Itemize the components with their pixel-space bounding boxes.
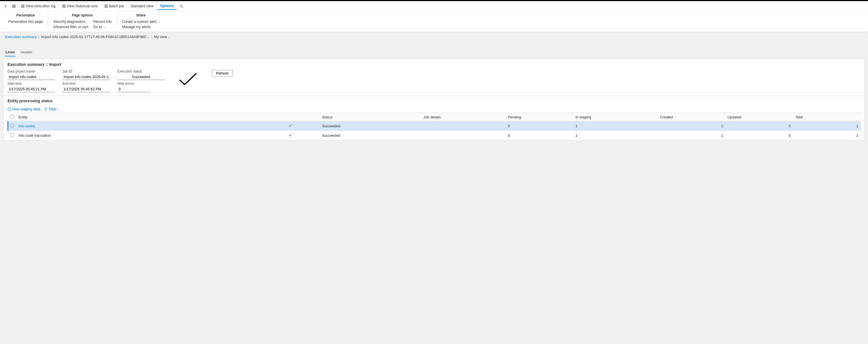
create-custom-alert-link[interactable]: Create a custom alert ⌄: [122, 20, 160, 24]
view-execution-log-button[interactable]: View execution log: [18, 2, 58, 9]
svg-point-0: [180, 5, 182, 7]
view-staging-data-button[interactable]: View staging data: [7, 107, 40, 111]
go-to-label: Go to: [93, 25, 102, 29]
entity-toolbar: View staging data Filter ⌄: [7, 106, 861, 113]
advanced-filter-link[interactable]: Advanced filter or sort: [53, 25, 88, 29]
created-cell: 1: [658, 131, 725, 140]
chevron-down-icon: ⌄: [158, 20, 160, 23]
with-errors-field[interactable]: [118, 86, 151, 92]
manage-my-alerts-link[interactable]: Manage my alerts: [122, 25, 160, 29]
search-icon[interactable]: [178, 3, 185, 9]
select-all-header[interactable]: [8, 113, 17, 121]
ribbon-group-title: Personalize: [17, 13, 35, 17]
col-total[interactable]: Total: [793, 113, 861, 121]
with-errors-label: With errors:: [118, 82, 165, 86]
create-alert-label: Create a custom alert: [122, 20, 156, 24]
document-icon: [7, 108, 11, 111]
panel-title: Execution summary :: Import: [7, 62, 861, 67]
total-cell: 1: [793, 131, 861, 140]
table-row[interactable]: Info codes Succeeded 0 1 1 0 1: [8, 121, 861, 131]
list-icon: [62, 5, 65, 7]
breadcrumb-root-link[interactable]: Execution summary: [5, 35, 37, 39]
execution-status-field[interactable]: [118, 74, 165, 80]
breadcrumb: Execution summary | Import info codes-20…: [0, 32, 868, 42]
col-entity[interactable]: Entity: [17, 113, 286, 121]
total-cell: 1: [793, 121, 861, 131]
start-time-field[interactable]: [7, 86, 55, 92]
radio-icon: [10, 115, 14, 119]
breadcrumb-view-dropdown[interactable]: My view ⌄: [154, 35, 170, 39]
radio-icon: [10, 124, 14, 127]
entity-cell: Info codes: [17, 121, 286, 131]
breadcrumb-separator: |: [38, 35, 39, 39]
action-toolbar: View execution log View historical runs …: [0, 1, 868, 11]
personalize-this-page-link[interactable]: Personalize this page: [8, 20, 43, 24]
radio-icon: [10, 133, 14, 137]
pending-cell: 0: [506, 121, 573, 131]
col-updated[interactable]: Updated: [725, 113, 793, 121]
svg-line-1: [182, 7, 183, 8]
col-status[interactable]: Status: [320, 113, 421, 121]
in-staging-cell: 1: [574, 121, 658, 131]
checkmark-icon: [288, 124, 292, 128]
job-details-cell: [421, 131, 506, 140]
list-icon: [21, 5, 25, 7]
security-diagnostics-link[interactable]: Security diagnostics: [53, 20, 88, 24]
view-historical-runs-label: View historical runs: [67, 4, 98, 8]
success-checkmark-icon: [178, 72, 198, 88]
view-historical-runs-button[interactable]: View historical runs: [59, 2, 100, 9]
options-ribbon: Personalize Personalize this page Page o…: [0, 11, 868, 32]
breadcrumb-separator: |: [151, 35, 152, 39]
col-in-staging[interactable]: In staging: [574, 113, 658, 121]
chevron-down-icon: ⌄: [103, 25, 105, 28]
table-row[interactable]: Info code translation Succeeded 0 1 1 0 …: [8, 131, 861, 140]
panel-title: Entity processing status: [7, 98, 861, 103]
row-select-cell[interactable]: [8, 131, 17, 140]
ribbon-group-personalize: Personalize Personalize this page: [3, 13, 48, 29]
ribbon-group-title: Page options: [72, 13, 93, 17]
updated-cell: 0: [725, 121, 793, 131]
filter-button[interactable]: Filter ⌄: [44, 107, 60, 111]
refresh-button[interactable]: Refresh: [212, 70, 233, 77]
checkmark-icon: [288, 134, 292, 138]
options-tab[interactable]: Options: [157, 2, 177, 10]
end-time-field[interactable]: [62, 86, 110, 92]
pending-cell: 0: [506, 131, 573, 140]
col-pending[interactable]: Pending: [506, 113, 573, 121]
ribbon-group-title: Share: [136, 13, 146, 17]
go-to-link[interactable]: Go to ⌄: [93, 25, 112, 29]
job-id-field[interactable]: [62, 74, 110, 80]
batch-job-label: Batch job: [109, 4, 124, 8]
start-time-label: Start time: [7, 82, 55, 86]
breadcrumb-detail: Import info codes-2025-01-17T17:45:06-F0…: [41, 35, 150, 39]
execution-status-label: Execution status: [118, 69, 165, 74]
record-info-link[interactable]: Record info: [93, 20, 112, 24]
filter-label: Filter: [49, 107, 57, 111]
expand-lines-icon[interactable]: [10, 4, 17, 9]
entity-grid: Entity Status Job details Pending In sta…: [7, 113, 861, 140]
row-status-icon-cell: [286, 121, 320, 131]
ribbon-group-share: Share Create a custom alert ⌄ Manage my …: [117, 13, 165, 29]
col-job-details[interactable]: Job details: [421, 113, 506, 121]
entity-name[interactable]: Info codes: [19, 124, 35, 128]
row-status-icon-cell: [286, 131, 320, 140]
back-icon[interactable]: [2, 3, 9, 9]
standard-view-button[interactable]: Standard view: [128, 2, 156, 9]
status-cell: Succeeded: [320, 131, 421, 140]
col-created[interactable]: Created: [658, 113, 725, 121]
data-project-field[interactable]: [7, 74, 55, 80]
breadcrumb-view-label: My view: [154, 35, 167, 39]
in-staging-cell: 1: [574, 131, 658, 140]
batch-job-button[interactable]: Batch job: [102, 2, 127, 9]
tab-lines[interactable]: Lines: [5, 48, 16, 56]
job-details-cell: [421, 121, 506, 131]
end-time-label: End time: [62, 82, 110, 86]
execution-summary-panel: Execution summary :: Import Data project…: [3, 59, 865, 96]
tab-header[interactable]: Header: [20, 48, 33, 56]
entity-cell: Info code translation: [17, 131, 286, 140]
detail-tabs: Lines Header: [0, 48, 868, 56]
entity-name: Info code translation: [19, 133, 51, 138]
chevron-down-icon: ⌄: [168, 35, 170, 39]
filter-icon: [44, 108, 48, 111]
row-select-cell[interactable]: [8, 121, 17, 131]
